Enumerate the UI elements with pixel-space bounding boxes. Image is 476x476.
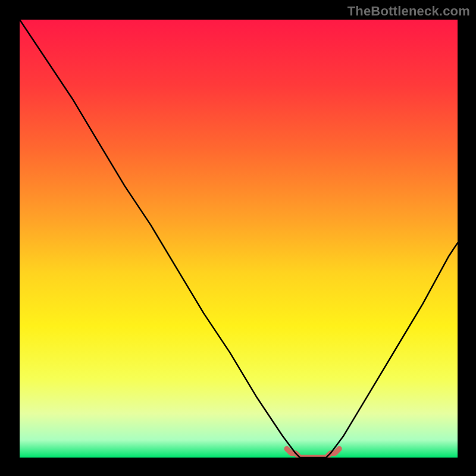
plot-area	[20, 20, 458, 458]
gradient-background	[20, 20, 458, 458]
chart-frame: TheBottleneck.com	[0, 0, 476, 476]
plot-svg	[20, 20, 458, 458]
watermark-text: TheBottleneck.com	[347, 4, 470, 19]
